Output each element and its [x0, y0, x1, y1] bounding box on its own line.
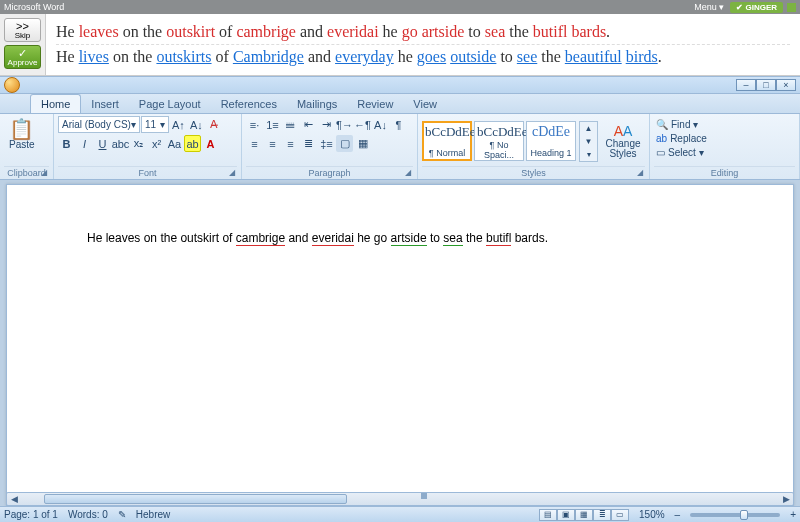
office-button[interactable]: [4, 77, 20, 93]
horizontal-scrollbar[interactable]: ◀ ▶: [6, 492, 794, 506]
align-center-icon[interactable]: ≡: [264, 135, 281, 152]
increase-indent-icon[interactable]: ⇥: [318, 116, 335, 133]
tab-home[interactable]: Home: [30, 94, 81, 113]
change-case-icon[interactable]: Aa: [166, 135, 183, 152]
misspelled-word[interactable]: everidai: [312, 231, 354, 246]
suggestion-word[interactable]: everyday: [335, 48, 394, 65]
suggestion-word[interactable]: birds: [626, 48, 658, 65]
status-page[interactable]: Page: 1 of 1: [4, 509, 58, 520]
misspelled-word[interactable]: sea: [443, 231, 462, 246]
sort-icon[interactable]: A↓: [372, 116, 389, 133]
styles-scroll-down-icon[interactable]: ▼: [580, 135, 597, 148]
styles-launcher-icon[interactable]: ◢: [637, 168, 643, 177]
ltr-icon[interactable]: ¶→: [336, 116, 353, 133]
zoom-slider[interactable]: [690, 513, 780, 517]
justify-icon[interactable]: ≣: [300, 135, 317, 152]
suggestion-word[interactable]: Cambridge: [233, 48, 304, 65]
borders-icon[interactable]: ▦: [354, 135, 371, 152]
change-styles-button[interactable]: AA Change Styles: [601, 121, 645, 161]
line-spacing-icon[interactable]: ‡≡: [318, 135, 335, 152]
scroll-right-icon[interactable]: ▶: [779, 494, 793, 504]
italic-icon[interactable]: I: [76, 135, 93, 152]
zoom-slider-knob[interactable]: [740, 510, 748, 520]
status-words[interactable]: Words: 0: [68, 509, 108, 520]
styles-gallery[interactable]: bCcDdEe¶ NormalbCcDdEe¶ No Spaci...cDdEe…: [422, 121, 576, 161]
decrease-indent-icon[interactable]: ⇤: [300, 116, 317, 133]
restore-button[interactable]: □: [756, 79, 776, 91]
suggestion-word[interactable]: goes: [417, 48, 446, 65]
bullets-icon[interactable]: ≡·: [246, 116, 263, 133]
text-run[interactable]: to: [427, 231, 444, 245]
tab-view[interactable]: View: [403, 95, 447, 113]
full-screen-view-icon[interactable]: ▣: [557, 509, 575, 521]
suggestion-word[interactable]: see: [517, 48, 537, 65]
underline-icon[interactable]: U: [94, 135, 111, 152]
replace-button[interactable]: ab Replace: [654, 132, 709, 145]
suggestion-word[interactable]: beautiful: [565, 48, 622, 65]
text-run[interactable]: He leaves on the outskirt of: [87, 231, 236, 245]
document-page[interactable]: He leaves on the outskirt of cambrige an…: [6, 184, 794, 506]
document-body-text[interactable]: He leaves on the outskirt of cambrige an…: [87, 229, 733, 247]
paragraph-launcher-icon[interactable]: ◢: [405, 168, 411, 177]
bold-icon[interactable]: B: [58, 135, 75, 152]
suggested-sentence[interactable]: He lives on the outskirts of Cambridge a…: [56, 44, 790, 69]
font-color-icon[interactable]: A: [202, 135, 219, 152]
status-language[interactable]: Hebrew: [136, 509, 170, 520]
scroll-track[interactable]: [21, 493, 779, 505]
font-launcher-icon[interactable]: ◢: [229, 168, 235, 177]
font-size-select[interactable]: 11▾: [141, 116, 169, 133]
rtl-icon[interactable]: ←¶: [354, 116, 371, 133]
tab-review[interactable]: Review: [347, 95, 403, 113]
skip-button[interactable]: >> Skip: [4, 18, 41, 42]
grow-font-icon[interactable]: A↑: [170, 116, 187, 133]
subscript-icon[interactable]: x₂: [130, 135, 147, 152]
zoom-in-icon[interactable]: +: [790, 509, 796, 520]
show-marks-icon[interactable]: ¶: [390, 116, 407, 133]
print-layout-view-icon[interactable]: ▤: [539, 509, 557, 521]
tab-insert[interactable]: Insert: [81, 95, 129, 113]
style-heading-1[interactable]: cDdEeHeading 1: [526, 121, 576, 161]
align-right-icon[interactable]: ≡: [282, 135, 299, 152]
find-button[interactable]: 🔍 Find ▾: [654, 118, 700, 131]
highlight-icon[interactable]: ab: [184, 135, 201, 152]
styles-scroll-up-icon[interactable]: ▲: [580, 122, 597, 135]
web-layout-view-icon[interactable]: ▦: [575, 509, 593, 521]
scroll-left-icon[interactable]: ◀: [7, 494, 21, 504]
text-run[interactable]: bards.: [511, 231, 548, 245]
style--no-spaci-[interactable]: bCcDdEe¶ No Spaci...: [474, 121, 524, 161]
styles-expand-icon[interactable]: ▾: [580, 148, 597, 161]
align-left-icon[interactable]: ≡: [246, 135, 263, 152]
misspelled-word[interactable]: butifl: [486, 231, 511, 246]
text-run[interactable]: he go: [354, 231, 391, 245]
ginger-window-icon[interactable]: [787, 3, 796, 12]
suggestion-word[interactable]: lives: [79, 48, 109, 65]
tab-mailings[interactable]: Mailings: [287, 95, 347, 113]
text-run[interactable]: and: [285, 231, 312, 245]
tab-references[interactable]: References: [211, 95, 287, 113]
multilevel-icon[interactable]: ⩸: [282, 116, 299, 133]
shading-icon[interactable]: ▢: [336, 135, 353, 152]
strike-icon[interactable]: abc: [112, 135, 129, 152]
paste-button[interactable]: 📋 Paste: [4, 116, 40, 153]
superscript-icon[interactable]: x²: [148, 135, 165, 152]
suggestion-word[interactable]: outside: [450, 48, 496, 65]
suggestion-word[interactable]: outskirts: [156, 48, 211, 65]
minimize-button[interactable]: –: [736, 79, 756, 91]
approve-button[interactable]: ✓ Approve: [4, 45, 41, 69]
clipboard-launcher-icon[interactable]: ◢: [41, 168, 47, 177]
zoom-level[interactable]: 150%: [639, 509, 665, 520]
misspelled-word[interactable]: cambrige: [236, 231, 285, 246]
close-button[interactable]: ×: [776, 79, 796, 91]
shrink-font-icon[interactable]: A↓: [188, 116, 205, 133]
select-button[interactable]: ▭ Select ▾: [654, 146, 706, 159]
scroll-thumb[interactable]: [44, 494, 347, 504]
clear-formatting-icon[interactable]: A̶: [206, 116, 223, 133]
outline-view-icon[interactable]: ≣: [593, 509, 611, 521]
zoom-out-icon[interactable]: –: [675, 509, 681, 520]
draft-view-icon[interactable]: ▭: [611, 509, 629, 521]
misspelled-word[interactable]: artside: [391, 231, 427, 246]
font-family-select[interactable]: Arial (Body CS)▾: [58, 116, 140, 133]
numbering-icon[interactable]: 1≡: [264, 116, 281, 133]
text-run[interactable]: the: [463, 231, 486, 245]
proofing-icon[interactable]: ✎: [118, 509, 126, 520]
